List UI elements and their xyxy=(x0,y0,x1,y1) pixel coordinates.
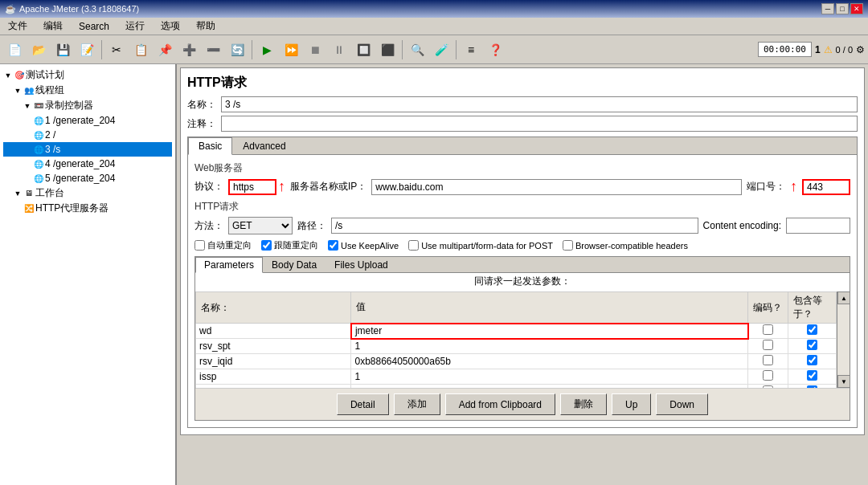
server-input[interactable] xyxy=(371,179,742,195)
tree-item-threadgroup[interactable]: ▼ 👥 线程组 xyxy=(3,83,172,98)
toolbar-expand[interactable]: ➕ xyxy=(178,39,200,61)
add-clipboard-button[interactable]: Add from Clipboard xyxy=(445,393,555,415)
param-name-wd: wd xyxy=(196,324,351,339)
menu-options[interactable]: 选项 xyxy=(156,18,185,35)
request-icon-5: 🌐 xyxy=(32,172,45,185)
toolbar-clear-all[interactable]: ⬛ xyxy=(376,39,399,61)
path-label: 路径： xyxy=(297,219,326,233)
param-name-issp: issp xyxy=(196,369,351,385)
checkbox-multipart-input[interactable] xyxy=(408,240,419,251)
inner-tab-body[interactable]: Body Data xyxy=(263,257,326,273)
toolbar-search-btn[interactable]: 🔍 xyxy=(406,39,428,61)
checkbox-redirect-input[interactable] xyxy=(194,240,205,251)
tree-item-5[interactable]: 🌐 5 /generate_204 xyxy=(3,171,172,185)
toolbar-start[interactable]: ▶ xyxy=(256,39,278,61)
scroll-up-btn[interactable]: ▲ xyxy=(837,291,850,304)
toolbar-reset[interactable]: 🔄 xyxy=(226,39,248,61)
up-button[interactable]: Up xyxy=(612,393,651,415)
scroll-down-btn[interactable]: ▼ xyxy=(837,375,850,388)
toolbar-shutdown[interactable]: ⏸ xyxy=(328,39,350,61)
close-button[interactable]: ✕ xyxy=(850,3,863,14)
name-row: 名称： xyxy=(187,96,858,112)
table-scrollbar[interactable]: ▲ ▼ xyxy=(837,291,850,388)
restore-button[interactable]: □ xyxy=(836,3,849,14)
tree-item-1[interactable]: 🌐 1 /generate_204 xyxy=(3,113,172,128)
toolbar-open[interactable]: 📂 xyxy=(27,39,50,61)
param-include-f xyxy=(788,385,837,389)
checkbox-browser-label: Browser-compatible headers xyxy=(575,241,688,251)
right-panel: HTTP请求 名称： 注释： Basic Advanced xyxy=(177,64,868,485)
toolbar-paste[interactable]: 📌 xyxy=(154,39,176,61)
toolbar-stop[interactable]: ⏹ xyxy=(304,39,326,61)
expand-icon-4[interactable]: ▼ xyxy=(13,190,23,198)
port-input[interactable] xyxy=(802,179,850,195)
toolbar-help[interactable]: ❓ xyxy=(484,39,506,61)
request-icon-1: 🌐 xyxy=(32,114,45,127)
menu-search[interactable]: Search xyxy=(74,19,114,34)
method-select[interactable]: GET POST xyxy=(228,217,293,234)
checkboxes-row: 自动重定向 跟随重定向 Use KeepAlive Use multi xyxy=(194,239,850,251)
checkbox-follow: 跟随重定向 xyxy=(261,239,318,251)
checkbox-follow-input[interactable] xyxy=(261,240,272,251)
menu-file[interactable]: 文件 xyxy=(3,18,32,35)
protocol-input[interactable] xyxy=(228,179,276,195)
toolbar-new[interactable]: 📄 xyxy=(3,39,26,61)
web-server-row: 协议： ↑ 服务器名称或IP： 端口号： ↑ xyxy=(194,178,850,195)
tree-item-proxy[interactable]: 🔀 HTTP代理服务器 xyxy=(3,201,172,216)
toolbar-function[interactable]: 🧪 xyxy=(430,39,452,61)
expand-icon-3[interactable]: ▼ xyxy=(23,102,32,110)
table-scroll[interactable]: 名称： 值 编码？ 包含等于？ xyxy=(195,291,837,388)
detail-button[interactable]: Detail xyxy=(337,393,389,415)
toolbar-cut[interactable]: ✂ xyxy=(105,39,128,61)
toolbar-list[interactable]: ≡ xyxy=(460,39,482,61)
add-button[interactable]: 添加 xyxy=(394,393,440,415)
param-name-rsv_iqid: rsv_iqid xyxy=(196,354,351,369)
toolbar-save[interactable]: 💾 xyxy=(51,39,74,61)
app-icon: ☕ xyxy=(5,4,16,14)
toolbar-saveas[interactable]: 📝 xyxy=(76,39,98,61)
expand-icon[interactable]: ▼ xyxy=(3,71,13,79)
checkbox-keepalive-input[interactable] xyxy=(328,240,338,251)
encoding-input[interactable] xyxy=(786,218,850,234)
minimize-button[interactable]: ─ xyxy=(821,3,834,14)
checkbox-keepalive: Use KeepAlive xyxy=(328,240,399,251)
tab-advanced[interactable]: Advanced xyxy=(232,137,296,155)
tabs-content: Web服务器 协议： ↑ 服务器名称或IP： 端口号： ↑ xyxy=(188,155,857,427)
param-name-rsv_spt: rsv_spt xyxy=(196,339,351,354)
table-row: rsv_iqid 0xb88664050000a65b xyxy=(196,354,837,369)
expand-icon-2[interactable]: ▼ xyxy=(13,87,23,95)
table-content: 名称： 值 编码？ 包含等于？ xyxy=(195,291,837,388)
toolbar-sep3 xyxy=(402,40,403,59)
checkbox-redirect-label: 自动重定向 xyxy=(207,239,252,251)
tree-item-workbench[interactable]: ▼ 🖥 工作台 xyxy=(3,185,172,201)
table-row: rsv_spt 1 xyxy=(196,339,837,354)
delete-button[interactable]: 删除 xyxy=(560,393,607,415)
inner-tab-parameters[interactable]: Parameters xyxy=(195,257,263,273)
path-input[interactable] xyxy=(331,218,698,234)
comment-label: 注释： xyxy=(187,117,216,131)
menu-edit[interactable]: 编辑 xyxy=(39,18,68,35)
toolbar-collapse[interactable]: ➖ xyxy=(202,39,224,61)
checkbox-redirect: 自动重定向 xyxy=(194,239,252,251)
tree-item-root[interactable]: ▼ 🎯 测试计划 xyxy=(3,67,172,83)
toolbar-sep2 xyxy=(252,40,252,59)
tree-item-recorder[interactable]: ▼ 📼 录制控制器 xyxy=(3,98,172,113)
tree-item-4[interactable]: 🌐 4 /generate_204 xyxy=(3,157,172,171)
title-bar-controls: ─ □ ✕ xyxy=(821,3,863,14)
tree-item-2[interactable]: 🌐 2 / xyxy=(3,128,172,142)
port-label: 端口号： xyxy=(747,180,785,194)
toolbar-clear[interactable]: 🔲 xyxy=(352,39,375,61)
toolbar-copy[interactable]: 📋 xyxy=(129,39,152,61)
tab-basic[interactable]: Basic xyxy=(188,137,232,155)
menu-run[interactable]: 运行 xyxy=(121,18,149,35)
inner-tab-files[interactable]: Files Upload xyxy=(326,257,397,273)
name-input[interactable] xyxy=(221,96,858,112)
toolbar-start-no-pause[interactable]: ⏩ xyxy=(280,39,302,61)
menu-help[interactable]: 帮助 xyxy=(191,18,220,35)
tree-label-5: 5 /generate_204 xyxy=(45,173,115,184)
toolbar-sep1 xyxy=(101,40,102,59)
checkbox-browser-input[interactable] xyxy=(563,240,573,251)
comment-input[interactable] xyxy=(221,116,858,132)
down-button[interactable]: Down xyxy=(656,393,708,415)
tree-item-3[interactable]: 🌐 3 /s xyxy=(3,142,172,157)
